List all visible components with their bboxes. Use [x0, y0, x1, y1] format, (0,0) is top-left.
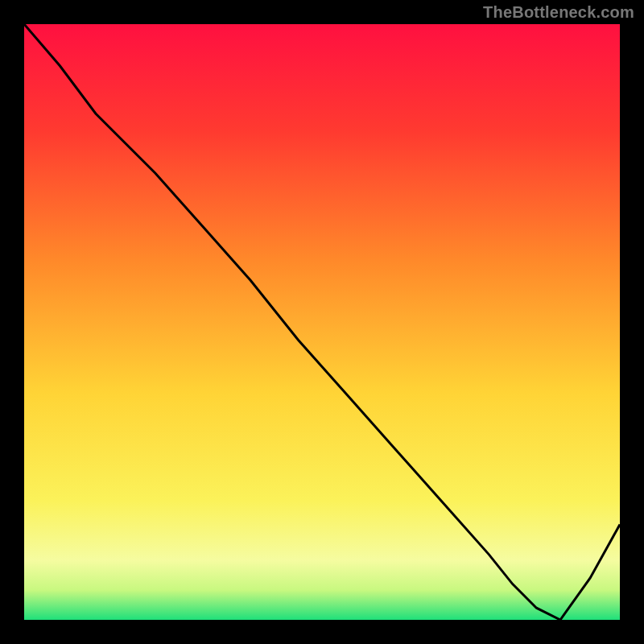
gradient-background [24, 24, 620, 620]
attribution-text: TheBottleneck.com [483, 3, 634, 22]
chart-container: TheBottleneck.com [0, 0, 644, 644]
chart-svg [24, 24, 620, 620]
plot-area [24, 24, 620, 620]
